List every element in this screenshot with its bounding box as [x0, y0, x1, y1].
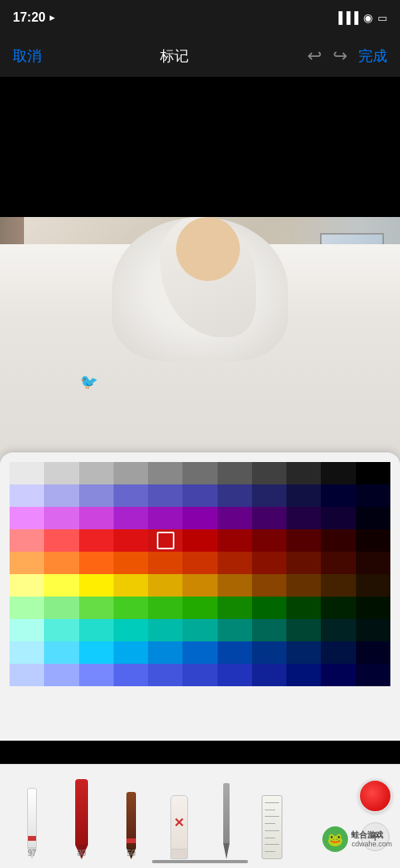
color-cell[interactable]: [182, 552, 217, 574]
color-cell[interactable]: [44, 529, 78, 552]
color-cell[interactable]: [182, 574, 217, 597]
color-cell[interactable]: [321, 462, 355, 484]
color-cell[interactable]: [356, 462, 390, 484]
color-cell[interactable]: [148, 574, 182, 597]
color-cell[interactable]: [148, 619, 182, 641]
color-cell[interactable]: [356, 574, 390, 597]
color-cell[interactable]: [286, 484, 321, 507]
color-cell[interactable]: [286, 574, 321, 597]
color-cell[interactable]: [182, 529, 217, 552]
color-cell[interactable]: [252, 529, 286, 552]
color-cell[interactable]: [10, 462, 44, 484]
color-cell[interactable]: [79, 664, 114, 686]
color-cell[interactable]: [286, 597, 321, 619]
color-cell[interactable]: [148, 641, 182, 664]
color-cell[interactable]: [79, 619, 114, 641]
color-cell[interactable]: [79, 507, 114, 529]
tool-marker-red[interactable]: 80: [58, 771, 106, 859]
color-cell[interactable]: [356, 507, 390, 529]
color-cell[interactable]: [148, 507, 182, 529]
color-cell[interactable]: [218, 552, 252, 574]
color-cell[interactable]: [10, 507, 44, 529]
color-cell[interactable]: [10, 529, 44, 552]
color-cell[interactable]: [10, 641, 44, 664]
color-cell[interactable]: [286, 641, 321, 664]
color-cell[interactable]: [321, 619, 355, 641]
color-cell[interactable]: [252, 597, 286, 619]
color-cell[interactable]: [148, 664, 182, 686]
color-cell[interactable]: [252, 507, 286, 529]
color-cell[interactable]: [218, 641, 252, 664]
color-cell[interactable]: [44, 484, 78, 507]
color-cell[interactable]: [79, 552, 114, 574]
color-cell[interactable]: [114, 574, 148, 597]
tool-ruler[interactable]: [252, 771, 292, 859]
color-cell[interactable]: [182, 462, 217, 484]
color-cell[interactable]: [321, 507, 355, 529]
cancel-button[interactable]: 取消: [13, 46, 42, 66]
color-cell[interactable]: [356, 664, 390, 686]
color-cell[interactable]: [356, 484, 390, 507]
color-cell[interactable]: [44, 462, 78, 484]
color-cell[interactable]: [79, 597, 114, 619]
color-cell[interactable]: [252, 574, 286, 597]
color-cell[interactable]: [182, 641, 217, 664]
color-cell[interactable]: [79, 462, 114, 484]
color-cell[interactable]: [114, 619, 148, 641]
color-cell[interactable]: [252, 664, 286, 686]
color-cell[interactable]: [286, 462, 321, 484]
color-cell[interactable]: [114, 597, 148, 619]
color-cell[interactable]: [321, 574, 355, 597]
color-cell[interactable]: [286, 619, 321, 641]
color-cell[interactable]: [218, 574, 252, 597]
color-cell[interactable]: [44, 507, 78, 529]
tool-pen-thin[interactable]: [202, 771, 250, 859]
color-cell[interactable]: [79, 574, 114, 597]
color-cell[interactable]: [356, 641, 390, 664]
color-cell[interactable]: [356, 619, 390, 641]
tool-eraser[interactable]: ✕: [157, 771, 201, 859]
color-cell[interactable]: [148, 552, 182, 574]
color-cell[interactable]: [321, 552, 355, 574]
color-cell[interactable]: [321, 529, 355, 552]
color-cell[interactable]: [252, 552, 286, 574]
color-cell[interactable]: [44, 664, 78, 686]
color-cell[interactable]: [286, 507, 321, 529]
color-cell[interactable]: [218, 529, 252, 552]
redo-button[interactable]: ↪: [333, 46, 347, 66]
color-cell[interactable]: [10, 484, 44, 507]
color-circle-button[interactable]: [358, 779, 392, 813]
color-cell[interactable]: [252, 619, 286, 641]
color-cell[interactable]: [321, 597, 355, 619]
color-cell[interactable]: [10, 552, 44, 574]
color-cell[interactable]: [114, 552, 148, 574]
color-cell[interactable]: [356, 597, 390, 619]
color-cell[interactable]: [321, 484, 355, 507]
color-cell[interactable]: [286, 664, 321, 686]
color-cell[interactable]: [114, 484, 148, 507]
color-cell[interactable]: [218, 484, 252, 507]
color-cell[interactable]: [44, 552, 78, 574]
color-cell[interactable]: [148, 597, 182, 619]
color-cell-selected[interactable]: [148, 529, 182, 552]
color-cell[interactable]: [114, 664, 148, 686]
color-cell[interactable]: [252, 462, 286, 484]
color-cell[interactable]: [356, 529, 390, 552]
color-cell[interactable]: [182, 484, 217, 507]
color-cell[interactable]: [182, 597, 217, 619]
color-cell[interactable]: [148, 484, 182, 507]
color-cell[interactable]: [79, 484, 114, 507]
tool-pencil-white[interactable]: 97: [8, 771, 56, 859]
color-cell[interactable]: [252, 641, 286, 664]
done-button[interactable]: 完成: [358, 46, 387, 66]
color-cell[interactable]: [286, 552, 321, 574]
color-cell[interactable]: [79, 641, 114, 664]
color-cell[interactable]: [252, 484, 286, 507]
color-cell[interactable]: [79, 529, 114, 552]
color-cell[interactable]: [44, 619, 78, 641]
color-cell[interactable]: [286, 529, 321, 552]
color-cell[interactable]: [148, 462, 182, 484]
color-cell[interactable]: [182, 664, 217, 686]
color-cell[interactable]: [44, 574, 78, 597]
color-cell[interactable]: [114, 529, 148, 552]
